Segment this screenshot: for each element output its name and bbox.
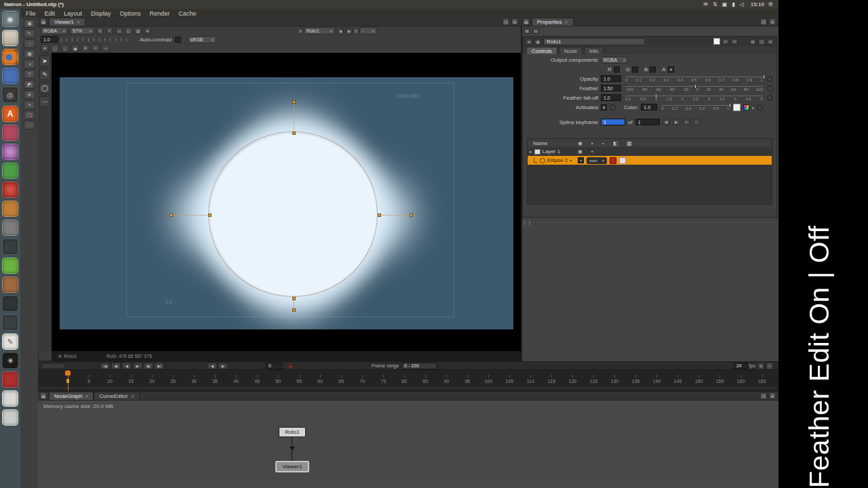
stick-selection-button[interactable]: ▣ — [71, 44, 79, 52]
image-nodes-icon[interactable]: ▣ — [24, 19, 35, 28]
zoom-dropdown[interactable]: 57%▾ — [70, 27, 94, 35]
proxy-icon[interactable]: ▥ — [134, 27, 142, 35]
feather-point-bottom[interactable] — [292, 308, 296, 312]
channel-checkbox[interactable]: ✕ — [668, 66, 674, 73]
settings-icon[interactable]: ⚙ — [749, 39, 756, 45]
views-nodes-icon[interactable]: ▢ — [24, 110, 35, 119]
channel-nodes-icon[interactable]: ▦ — [24, 49, 35, 58]
launcher-app-crimson[interactable] — [2, 125, 18, 141]
launcher-app-gray[interactable] — [2, 220, 18, 236]
redo-button[interactable]: ↷ — [731, 39, 738, 45]
transform-points-button[interactable]: # — [81, 44, 90, 52]
launcher-app-purple[interactable] — [2, 144, 18, 160]
float-pane-icon[interactable]: ◳ — [760, 392, 767, 399]
messages-icon[interactable]: ✉ — [703, 1, 708, 7]
pane-arrow-icon[interactable]: ▾ — [769, 18, 776, 25]
channel-checkbox[interactable] — [614, 66, 620, 73]
slider-handle[interactable] — [763, 75, 765, 79]
feather-input[interactable]: 1.50 — [601, 85, 621, 92]
input-a-dropdown[interactable]: Roto1▾ — [304, 27, 335, 35]
first-frame-button[interactable]: |◀ — [100, 363, 110, 369]
falloff-keyframe-button[interactable]: ○ — [767, 95, 773, 101]
auto-contrast-checkbox[interactable] — [175, 37, 181, 43]
colorspace-dropdown[interactable]: sRGB▾ — [188, 36, 216, 43]
launcher-app-red[interactable] — [2, 182, 18, 198]
volume-icon[interactable]: ◁ — [740, 1, 744, 7]
control-point-left[interactable] — [208, 214, 212, 217]
current-frame-input[interactable]: 0 — [266, 363, 282, 369]
more-tools[interactable]: ⋯ — [39, 96, 50, 107]
undo-button[interactable]: ↶ — [722, 39, 729, 45]
activated-checkbox[interactable]: ✕ — [601, 104, 607, 110]
color-wheel-button[interactable] — [743, 104, 749, 110]
close-tab-icon[interactable]: ✕ — [77, 20, 80, 24]
launcher-screenshot-dark[interactable] — [2, 296, 18, 312]
arrow-right-icon[interactable]: ▸ — [752, 105, 754, 110]
launcher-drawer[interactable] — [2, 390, 18, 407]
opacity-input[interactable]: 1.0 — [601, 75, 621, 82]
next-spline-keyframe-button[interactable]: ▶ — [673, 119, 680, 125]
control-point-bottom[interactable] — [292, 297, 296, 300]
spline-total-input[interactable]: 1 — [635, 119, 660, 125]
menu-item[interactable]: File — [26, 10, 36, 17]
launcher-app-amber[interactable] — [2, 201, 18, 217]
float-panel-icon[interactable]: ◳ — [758, 39, 765, 45]
visible-toggle[interactable]: ◉ — [578, 148, 583, 155]
timeline-lock-button[interactable]: ▪ — [766, 363, 773, 369]
network-icon[interactable]: ⇅ — [713, 1, 717, 7]
close-panel-icon[interactable]: ✕ — [767, 39, 774, 45]
pane-arrow-icon[interactable]: ▾ — [769, 392, 776, 399]
channel-checkbox[interactable] — [632, 66, 638, 73]
last-frame-button[interactable]: ▶| — [155, 363, 164, 369]
color-input[interactable]: 1.0 — [641, 104, 657, 110]
record-button[interactable]: ● — [288, 363, 293, 369]
launcher-app-brown[interactable] — [2, 277, 18, 293]
launcher-app-green[interactable] — [2, 163, 18, 179]
hide-params-icon[interactable]: ▾ — [526, 39, 532, 45]
opacity-slider[interactable]: 00.10.20.30.40.50.60.70.80.91 — [624, 75, 764, 83]
launcher-app-dark[interactable]: ◎ — [2, 87, 18, 103]
menu-item[interactable]: Render — [150, 10, 170, 17]
next-frame-button[interactable]: ▶ — [133, 363, 142, 369]
color-swatch[interactable] — [733, 104, 741, 111]
select-tool[interactable]: ➤ — [39, 56, 50, 66]
overlay-color-swatch[interactable] — [610, 157, 616, 164]
channel-checkbox[interactable] — [650, 66, 656, 73]
draw-nodes-icon[interactable]: ✎ — [24, 29, 35, 38]
roi-icon[interactable]: ◱ — [125, 27, 132, 35]
menu-item[interactable]: Options — [120, 10, 141, 17]
wipe-icon[interactable]: ▾ — [144, 27, 151, 35]
collapse-left-icon[interactable]: ⟨ — [524, 220, 526, 226]
launcher-screenshot-dark2[interactable] — [2, 314, 18, 331]
ellipse-tool[interactable]: ◯ — [39, 83, 50, 94]
launcher-text-editor[interactable]: ✎ — [2, 333, 18, 350]
operator-dropdown[interactable]: over▾ — [587, 157, 607, 164]
float-pane-icon[interactable]: ◳ — [760, 18, 767, 25]
frame-range-input[interactable]: 0 - 100 — [401, 363, 437, 369]
launcher-openshot[interactable] — [2, 258, 18, 274]
input-b-dropdown[interactable]: -▾ — [359, 27, 377, 35]
control-point-top[interactable] — [292, 131, 296, 135]
node-color-swatch[interactable] — [713, 38, 720, 45]
launcher-files[interactable] — [2, 30, 18, 46]
keyboard-icon[interactable]: ▣ — [722, 1, 728, 7]
prev-spline-keyframe-button[interactable]: ◀ — [663, 119, 670, 125]
keyer-nodes-icon[interactable]: ◩ — [24, 80, 35, 89]
menu-item[interactable]: Layout — [64, 10, 82, 17]
menu-item[interactable]: Cache — [178, 10, 196, 17]
collapse-right-icon[interactable]: ⟩ — [528, 220, 530, 226]
merge-nodes-icon[interactable]: ⊕ — [24, 90, 35, 99]
timeline[interactable]: 0510152025303540455055606570758085909510… — [38, 370, 778, 392]
ripple-edit-button[interactable]: ≈ — [92, 44, 100, 52]
pane-arrow-icon[interactable]: ▾ — [511, 18, 518, 25]
table-row-shape-selected[interactable]: Ellipse 2 ▾ ▪ over▾ — [528, 156, 772, 165]
pane-menu-icon[interactable]: ▤ — [40, 392, 47, 399]
add-points-tool[interactable]: ✎ — [39, 69, 50, 80]
feather-link-button[interactable]: ▢ — [51, 44, 59, 52]
add-spline-keyframe-button[interactable]: + — [683, 119, 690, 125]
table-row-layer[interactable]: ▸ Layer 1 ◉ ▪ — [528, 147, 772, 156]
timeline-settings-box[interactable] — [42, 363, 65, 369]
add-keyframe-button[interactable]: + — [102, 44, 110, 52]
gain-slider[interactable] — [61, 37, 132, 42]
refresh-icon[interactable]: ↻ — [96, 27, 104, 35]
